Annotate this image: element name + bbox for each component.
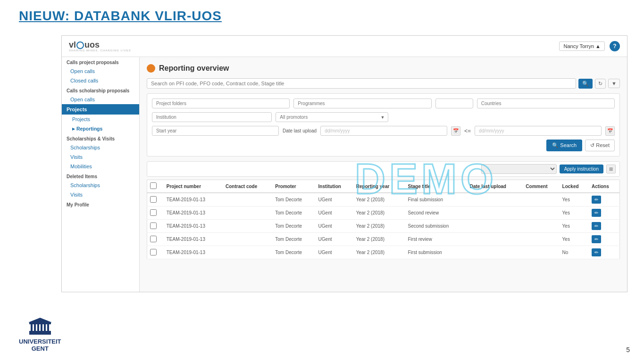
logo-subtitle: SHARING MINDS, CHANGING LIVES (69, 49, 131, 52)
row-2-project-number: TEAM-2019-01-13 (164, 220, 223, 233)
main-content: Reporting overview 🔍 ↻ ▼ 2018 (140, 57, 627, 292)
sidebar-item-scholarships-2[interactable]: Scholarships (62, 181, 139, 190)
row-0-edit-button[interactable]: ✏ (592, 196, 601, 204)
row-0-institution: UGent (316, 193, 353, 206)
institution-field[interactable] (152, 112, 272, 122)
row-0-stage-title: Final submission (405, 193, 467, 206)
svg-rect-7 (29, 322, 51, 324)
sidebar-item-visits-2[interactable]: Visits (62, 190, 139, 199)
search-bar-row: 🔍 ↻ ▼ (147, 78, 620, 89)
row-2-locked: Yes (560, 220, 589, 233)
table-export-button[interactable]: ⊞ (606, 165, 616, 173)
row-4-promoter: Tom Decorte (272, 246, 315, 259)
filter-button[interactable]: ▼ (608, 79, 620, 88)
date-from-field[interactable]: dd/mm/yyyy (320, 126, 447, 136)
sidebar-item-mobilities[interactable]: Mobilities (62, 162, 139, 171)
date-last-upload-label: Date last upload (283, 128, 317, 133)
sidebar-item-scholarships-1[interactable]: Scholarships (62, 143, 139, 152)
col-locked: Locked (560, 180, 589, 193)
row-2-date-last-upload (467, 220, 523, 233)
calendar-from-icon[interactable]: 📅 (451, 126, 460, 136)
row-1-promoter: Tom Decorte (272, 206, 315, 220)
apply-instruction-select[interactable] (481, 164, 557, 174)
filter-actions: 🔍 Search ↺ Reset (152, 140, 615, 151)
select-all-checkbox[interactable] (150, 182, 157, 189)
col-contract-code: Contract code (223, 180, 272, 193)
table-row: TEAM-2019-01-13 Tom Decorte UGent Year 2… (147, 220, 620, 233)
row-1-locked: Yes (560, 206, 589, 220)
table-header-row: Project number Contract code Promoter In… (147, 180, 620, 193)
sidebar-section-calls-project: Calls project proposals (62, 57, 139, 66)
sidebar: Calls project proposals Open calls Close… (62, 57, 140, 292)
col-project-number: Project number (164, 180, 223, 193)
row-2-stage-title: Second submission (405, 220, 467, 233)
row-1-stage-title: Second review (405, 206, 467, 220)
row-3-edit-button[interactable]: ✏ (592, 235, 601, 243)
refresh-button[interactable]: ↻ (595, 79, 606, 89)
help-button[interactable]: ? (610, 41, 620, 51)
row-0-comment (523, 193, 559, 206)
row-0-promoter: Tom Decorte (272, 193, 315, 206)
row-0-actions: ✏ (589, 193, 619, 206)
sidebar-item-projects[interactable]: Projects (62, 115, 139, 124)
promotors-dropdown-icon: ▼ (381, 115, 388, 120)
row-4-edit-button[interactable]: ✏ (592, 248, 601, 256)
reporting-table: Project number Contract code Promoter In… (147, 180, 620, 259)
start-year-field[interactable] (152, 126, 279, 136)
promotors-field[interactable] (276, 113, 380, 122)
table-row: TEAM-2019-01-13 Tom Decorte UGent Year 2… (147, 246, 620, 259)
sidebar-section-projects[interactable]: Projects (62, 104, 139, 115)
svg-rect-3 (37, 324, 39, 331)
row-4-contract-code (223, 246, 272, 259)
filter-reset-button[interactable]: ↺ Reset (585, 140, 615, 151)
sidebar-item-visits-1[interactable]: Visits (62, 152, 139, 162)
row-2-checkbox[interactable] (147, 220, 164, 233)
sidebar-section-calls-scholarship: Calls scholarship proposals (62, 85, 139, 95)
svg-rect-1 (31, 324, 33, 331)
svg-rect-5 (44, 324, 46, 331)
row-4-checkbox[interactable] (147, 246, 164, 259)
row-3-checkbox[interactable] (147, 233, 164, 246)
table-toolbar: Apply instruction ⊞ (147, 161, 620, 177)
row-1-checkbox[interactable] (147, 206, 164, 220)
row-4-comment (523, 246, 559, 259)
sidebar-section-scholarships: Scholarships & Visits (62, 133, 139, 143)
svg-rect-6 (47, 324, 49, 331)
user-menu-button[interactable]: Nancy Torryn ▲ (559, 41, 605, 51)
row-0-date-last-upload (467, 193, 523, 206)
sidebar-item-closed-calls[interactable]: Closed calls (62, 76, 139, 85)
col-actions: Actions (589, 180, 619, 193)
sidebar-item-reportings[interactable]: ▸ Reportings (62, 124, 139, 133)
sidebar-item-open-calls-2[interactable]: Open calls (62, 95, 139, 104)
row-0-checkbox[interactable] (147, 193, 164, 206)
row-2-edit-button[interactable]: ✏ (592, 222, 601, 230)
programmes-field[interactable] (293, 99, 431, 108)
sidebar-item-open-calls-1[interactable]: Open calls (62, 66, 139, 76)
filter-search-button[interactable]: 🔍 Search (546, 140, 582, 151)
row-1-comment (523, 206, 559, 220)
col-reporting-year: Reporting year (353, 180, 405, 193)
row-2-contract-code (223, 220, 272, 233)
year-field[interactable]: 2018 (435, 99, 473, 108)
app-container: vluos SHARING MINDS, CHANGING LIVES Nanc… (61, 35, 627, 292)
app-header: vluos SHARING MINDS, CHANGING LIVES Nanc… (62, 36, 627, 57)
date-to-field[interactable]: dd/mm/yyyy (475, 126, 602, 136)
search-button[interactable]: 🔍 (578, 79, 593, 89)
row-4-institution: UGent (316, 246, 353, 259)
row-1-edit-button[interactable]: ✏ (592, 209, 601, 217)
sidebar-section-deleted: Deleted Items (62, 171, 139, 181)
project-folders-field[interactable] (152, 99, 290, 108)
filter-row-3: Date last upload dd/mm/yyyy 📅 <= dd/mm/y… (152, 126, 615, 136)
row-2-reporting-year: Year 2 (2018) (353, 220, 405, 233)
countries-field[interactable] (477, 99, 615, 108)
reporting-overview-header: Reporting overview (147, 64, 620, 73)
search-input[interactable] (151, 81, 572, 86)
logo-circle (76, 41, 84, 49)
apply-instruction-button[interactable]: Apply instruction (560, 165, 603, 173)
row-1-date-last-upload (467, 206, 523, 220)
col-comment: Comment (523, 180, 559, 193)
calendar-to-icon[interactable]: 📅 (605, 126, 615, 136)
filter-row-1: 2018 (152, 99, 615, 108)
row-3-reporting-year: Year 2 (2018) (353, 233, 405, 246)
logo-wordmark: vluos SHARING MINDS, CHANGING LIVES (69, 41, 131, 52)
